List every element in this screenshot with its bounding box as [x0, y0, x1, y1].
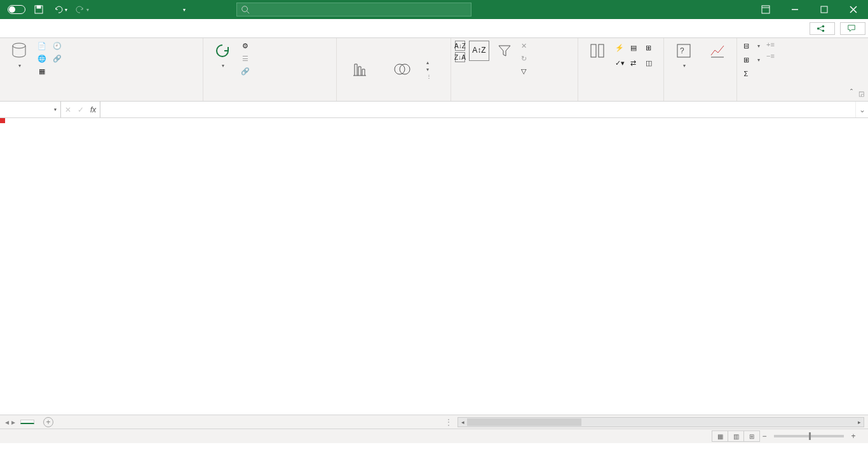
text-to-columns-button[interactable] [582, 41, 613, 62]
forecast-sheet-button[interactable] [702, 41, 733, 62]
stocks-button[interactable] [341, 59, 379, 81]
validation-icon[interactable]: ✓▾ [615, 56, 629, 70]
group-label [341, 98, 447, 100]
existing-connections-button[interactable]: 🔗 [52, 53, 65, 63]
share-button[interactable] [810, 22, 835, 35]
refresh-icon [212, 41, 233, 61]
recent-icon: 🕘 [52, 41, 62, 51]
get-data-button[interactable]: ▾ [4, 41, 34, 69]
sort-asc-button[interactable]: A↓Z [455, 41, 465, 51]
sort-button[interactable]: A↕Z [468, 41, 491, 62]
dialog-launcher-icon[interactable]: ◲ [858, 90, 864, 97]
expand-icon[interactable]: ⋮ [426, 74, 431, 79]
search-icon [241, 5, 250, 14]
ungroup-button[interactable]: ⊞▾ [741, 55, 760, 65]
clear-button: ✕ [519, 41, 531, 51]
scroll-up-icon[interactable]: ▴ [426, 60, 431, 65]
svg-rect-16 [591, 44, 596, 57]
reapply-icon: ↻ [519, 53, 529, 63]
consolidate-icon[interactable]: ⊞ [646, 41, 660, 55]
collapse-ribbon-icon[interactable]: ˆ [850, 88, 853, 97]
title-bar: ▾ ▾ ▾ [0, 0, 868, 19]
group-icon: ⊟ [741, 41, 751, 51]
fx-icon[interactable]: fx [90, 105, 96, 114]
search-box[interactable] [236, 3, 471, 17]
comments-button[interactable] [840, 22, 865, 35]
group-button[interactable]: ⊟▾ [741, 41, 760, 51]
refresh-all-button[interactable]: ▾ [207, 41, 238, 69]
scroll-down-icon[interactable]: ▾ [426, 67, 431, 72]
page-layout-icon[interactable]: ▥ [728, 430, 744, 442]
recent-sources-button[interactable]: 🕘 [52, 41, 65, 51]
subtotal-button[interactable]: Σ [741, 69, 760, 79]
advanced-icon: ▽ [519, 66, 529, 76]
scroll-thumb[interactable] [467, 418, 581, 426]
columns-icon [587, 41, 607, 61]
zoom-out-button[interactable]: − [760, 432, 769, 441]
properties-icon: ☰ [240, 53, 250, 63]
page-break-icon[interactable]: ⊞ [743, 430, 760, 442]
new-sheet-button[interactable]: + [43, 417, 53, 427]
sort-az-icon: A↓Z [455, 41, 465, 51]
enter-formula-icon: ✓ [78, 105, 84, 114]
ungroup-icon: ⊞ [741, 55, 751, 65]
zoom-in-button[interactable]: + [849, 432, 858, 441]
queries-connections-button[interactable]: ⚙ [240, 41, 253, 51]
group-label [4, 98, 199, 100]
sheet-tab[interactable] [20, 420, 34, 424]
redo-icon[interactable]: ▾ [74, 1, 90, 18]
autosave-toggle[interactable] [5, 5, 25, 14]
sort-desc-button[interactable]: Z↓A [455, 52, 465, 62]
database-icon [9, 41, 29, 61]
ribbon-display-icon[interactable] [751, 0, 780, 19]
sheet-prev-icon[interactable]: ◂ [5, 418, 9, 427]
from-text-csv-button[interactable]: 📄 [37, 41, 50, 51]
split-handle[interactable]: ⋮ [445, 418, 452, 427]
ribbon-tabs [0, 19, 868, 38]
sort-za-icon: Z↓A [455, 52, 465, 62]
advanced-button[interactable]: ▽ [519, 66, 531, 76]
globe-icon: 🌐 [37, 53, 47, 63]
what-if-button[interactable]: ? ▾ [668, 41, 700, 69]
filter-button[interactable] [493, 41, 516, 62]
zoom-slider[interactable] [774, 435, 844, 437]
spreadsheet-grid[interactable] [0, 118, 868, 415]
scroll-right-icon[interactable]: ▸ [855, 418, 864, 427]
autosave-switch[interactable] [8, 5, 25, 14]
name-box[interactable]: ▾ [0, 102, 61, 117]
relationships-icon[interactable]: ⇄ [630, 56, 644, 70]
datamodel-icon[interactable]: ◫ [646, 56, 660, 70]
document-title[interactable]: ▾ [179, 7, 186, 13]
links-icon: 🔗 [240, 66, 250, 76]
hide-detail-icon: −≡ [766, 52, 775, 60]
currency-icon [392, 59, 412, 79]
sort-icon: A↕Z [469, 41, 489, 61]
active-cell-indicator [0, 118, 3, 121]
from-table-button[interactable]: ▦ [37, 66, 50, 76]
svg-point-12 [822, 30, 825, 32]
remove-dup-icon[interactable]: ▤ [630, 41, 644, 55]
from-web-button[interactable]: 🌐 [37, 53, 50, 63]
horizontal-scrollbar[interactable]: ◂ ▸ [458, 417, 864, 427]
clear-icon: ✕ [519, 41, 529, 51]
status-bar: ▦ ▥ ⊞ − + [0, 429, 868, 443]
normal-view-icon[interactable]: ▦ [712, 430, 728, 442]
close-icon[interactable] [839, 0, 868, 19]
minimize-icon[interactable] [780, 0, 810, 19]
scroll-left-icon[interactable]: ◂ [458, 418, 467, 427]
share-icon [817, 24, 825, 33]
group-label [668, 98, 733, 100]
textfile-icon: 📄 [37, 41, 47, 51]
svg-line-3 [247, 11, 250, 14]
undo-icon[interactable]: ▾ [52, 1, 69, 18]
formula-input[interactable] [100, 102, 855, 117]
flash-fill-icon[interactable]: ⚡ [615, 41, 629, 55]
save-icon[interactable] [31, 1, 47, 18]
comment-icon [847, 24, 856, 33]
svg-rect-7 [821, 6, 827, 13]
whatif-icon: ? [674, 41, 694, 61]
sheet-next-icon[interactable]: ▸ [11, 418, 15, 427]
currencies-button[interactable] [381, 59, 423, 81]
maximize-icon[interactable] [810, 0, 839, 19]
expand-formula-icon[interactable]: ⌄ [855, 102, 868, 117]
